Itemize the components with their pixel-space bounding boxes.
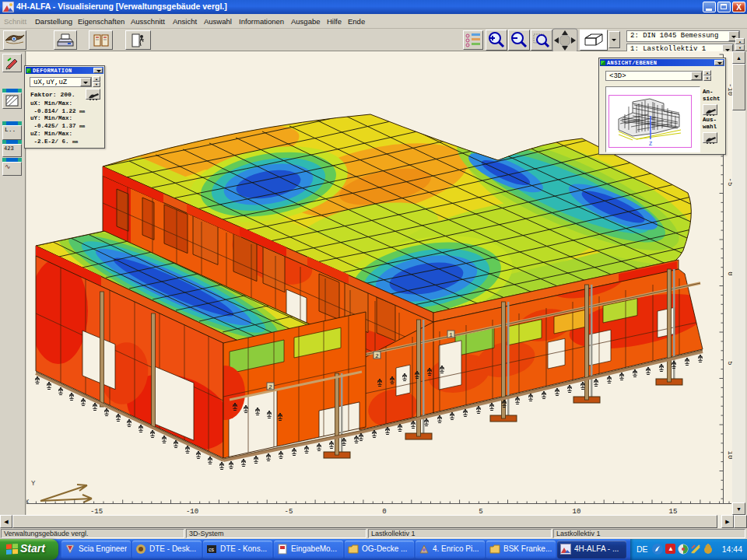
svg-text:10: 10 [573, 508, 581, 515]
svg-text:1: 1 [449, 331, 453, 338]
svg-text:-5: -5 [726, 178, 732, 187]
svg-text:10: 10 [726, 451, 732, 460]
svg-text:15: 15 [669, 508, 678, 515]
svg-text:-5: -5 [285, 508, 293, 515]
svg-text:5: 5 [726, 361, 732, 365]
svg-text:0: 0 [382, 508, 386, 515]
svg-text:X: X [26, 499, 30, 506]
svg-text:-15: -15 [90, 508, 103, 515]
svg-text:Y: Y [31, 480, 36, 488]
svg-text:cs: cs [209, 547, 215, 552]
svg-text:-10: -10 [726, 83, 732, 96]
svg-text:5: 5 [479, 508, 482, 515]
svg-text:0: 0 [726, 271, 732, 275]
svg-text:2: 2 [375, 352, 379, 359]
svg-text:-10: -10 [186, 508, 198, 515]
svg-text:2: 2 [268, 383, 272, 390]
svg-text:Z: Z [649, 141, 652, 147]
